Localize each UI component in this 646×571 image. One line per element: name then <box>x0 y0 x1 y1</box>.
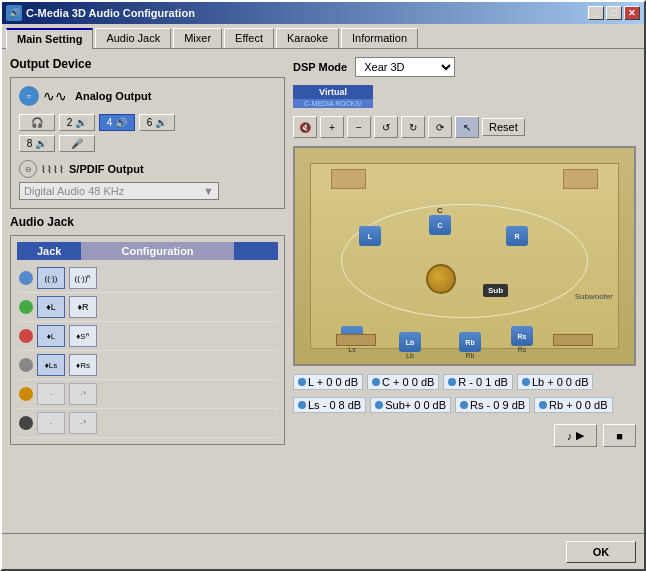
bottom-left-furniture <box>336 334 376 346</box>
jack-icon-1a[interactable]: ((·)) <box>37 267 65 289</box>
subwoofer-node[interactable]: Sub <box>483 284 508 297</box>
maximize-button[interactable]: □ <box>606 6 622 20</box>
main-window: 🔊 C-Media 3D Audio Configuration _ □ ✕ M… <box>0 0 646 571</box>
eq-Ls-dot <box>298 401 306 409</box>
tab-audio-jack[interactable]: Audio Jack <box>95 28 171 48</box>
jack-col-header: Jack <box>17 242 81 260</box>
jack-icon-3a[interactable]: ♦L <box>37 325 65 347</box>
app-icon: 🔊 <box>6 5 22 21</box>
jack-icon-6a[interactable]: · <box>37 412 65 434</box>
mute-button[interactable]: 🔇 <box>293 116 317 138</box>
jack-row-5: · ·ˢ <box>17 380 278 409</box>
jack-icon-5b[interactable]: ·ˢ <box>69 383 97 405</box>
bottom-right-furniture <box>553 334 593 346</box>
ch4-button[interactable]: 4 🔊 <box>99 114 135 131</box>
top-left-furniture <box>331 169 366 189</box>
output-device-label: Output Device <box>10 57 285 71</box>
mic-button[interactable]: 🎤 <box>59 135 95 152</box>
audio-jack-section: Audio Jack Jack Configuration ((·)) ((·)… <box>10 215 285 445</box>
tab-mixer[interactable]: Mixer <box>173 28 222 48</box>
tab-karaoke[interactable]: Karaoke <box>276 28 339 48</box>
jack-icon-4b[interactable]: ♦Rs <box>69 354 97 376</box>
speaker-Rs[interactable]: Rs Rs <box>511 326 533 353</box>
tab-main-setting[interactable]: Main Setting <box>6 28 93 49</box>
loop-button[interactable]: ⟳ <box>428 116 452 138</box>
jack-icon-4a[interactable]: ♦Ls <box>37 354 65 376</box>
speaker-L[interactable]: L <box>359 226 381 246</box>
audio-jack-label: Audio Jack <box>10 215 285 229</box>
eq-Rb-dot <box>539 401 547 409</box>
stop-button[interactable]: ■ <box>603 424 636 447</box>
jack-icons-3: ♦L ♦Sᴿ <box>37 325 97 347</box>
dsp-dropdown[interactable]: Xear 3D None <box>355 57 455 77</box>
speaker-C[interactable]: C C <box>429 206 451 235</box>
jack-icon-1b[interactable]: ((·))ᴿ <box>69 267 97 289</box>
eq-Sub[interactable]: Sub+ 0 0 dB <box>370 397 451 413</box>
eq-Lb[interactable]: Lb + 0 0 dB <box>517 374 594 390</box>
analog-output: ≈ ∿∿ Analog Output <box>19 86 276 106</box>
eq-Lb-dot <box>522 378 530 386</box>
speaker-Lb[interactable]: Lb Lb <box>399 332 421 359</box>
speaker-C-icon: C <box>429 215 451 235</box>
center-lamp <box>426 264 456 294</box>
ok-button[interactable]: OK <box>566 541 636 563</box>
eq-Rb[interactable]: Rb + 0 0 dB <box>534 397 612 413</box>
undo-button[interactable]: ↺ <box>374 116 398 138</box>
jack-icon-5a[interactable]: · <box>37 383 65 405</box>
speaker-Rs-icon: Rs <box>511 326 533 346</box>
jack-dot-6 <box>19 416 33 430</box>
eq-L[interactable]: L + 0 0 dB <box>293 374 363 390</box>
eq-Rs-value: Rs - 0 9 dB <box>470 399 525 411</box>
tab-information[interactable]: Information <box>341 28 418 48</box>
minimize-button[interactable]: _ <box>588 6 604 20</box>
spdif-chevron: ▼ <box>203 185 214 197</box>
ch6-button[interactable]: 6 🔊 <box>139 114 175 131</box>
jack-dot-5 <box>19 387 33 401</box>
jack-icons-1: ((·)) ((·))ᴿ <box>37 267 97 289</box>
spdif-dropdown-row: Digital Audio 48 KHz ▼ <box>19 182 276 200</box>
speaker-Rb[interactable]: Rb Rb <box>459 332 481 359</box>
tab-effect[interactable]: Effect <box>224 28 274 48</box>
spdif-dropdown[interactable]: Digital Audio 48 KHz ▼ <box>19 182 219 200</box>
vol-up-button[interactable]: + <box>320 116 344 138</box>
left-panel: Output Device ≈ ∿∿ Analog Output <box>10 57 285 522</box>
speaker-R-icon: R <box>506 226 528 246</box>
jack-icon-2a[interactable]: ♦L <box>37 296 65 318</box>
reset-button[interactable]: Reset <box>482 118 525 136</box>
top-right-furniture <box>563 169 598 189</box>
redo-button[interactable]: ↻ <box>401 116 425 138</box>
jack-icon-2b[interactable]: ♦R <box>69 296 97 318</box>
speaker-diagram: L C C R Sub Subwoofer <box>293 146 636 366</box>
eq-Sub-dot <box>375 401 383 409</box>
virtual-badge: Virtual <box>293 85 373 99</box>
eq-R[interactable]: R - 0 1 dB <box>443 374 513 390</box>
eq-C[interactable]: C + 0 0 dB <box>367 374 439 390</box>
jack-icon-3b[interactable]: ♦Sᴿ <box>69 325 97 347</box>
dsp-toolbar: 🔇 + − ↺ ↻ ⟳ ↖ Reset <box>293 116 636 138</box>
speaker-R[interactable]: R <box>506 226 528 246</box>
cursor-button[interactable]: ↖ <box>455 116 479 138</box>
main-content: Output Device ≈ ∿∿ Analog Output <box>2 49 644 530</box>
eq-Ls[interactable]: Ls - 0 8 dB <box>293 397 366 413</box>
spdif-label-row: ⊖ ⌇⌇⌇⌇ S/PDIF Output <box>19 160 276 178</box>
jack-icon-6b[interactable]: ·ˢ <box>69 412 97 434</box>
speaker-Lb-icon: Lb <box>399 332 421 352</box>
jack-row-3: ♦L ♦Sᴿ <box>17 322 278 351</box>
vol-down-button[interactable]: − <box>347 116 371 138</box>
eq-row-2: Ls - 0 8 dB Sub+ 0 0 dB Rs - 0 9 dB Rb +… <box>293 397 636 413</box>
ch2-button[interactable]: 2 🔊 <box>59 114 95 131</box>
jack-header: Jack Configuration <box>17 242 278 260</box>
speaker-Rb-icon: Rb <box>459 332 481 352</box>
speaker-Rs-label: Rs <box>518 346 527 353</box>
ch8-button[interactable]: 8 🔊 <box>19 135 55 152</box>
speaker-Ls-label: Ls <box>348 346 355 353</box>
headphone-button[interactable]: 🎧 <box>19 114 55 131</box>
play-button[interactable]: ♪ ▶ <box>554 424 598 447</box>
eq-Rs[interactable]: Rs - 0 9 dB <box>455 397 530 413</box>
close-button[interactable]: ✕ <box>624 6 640 20</box>
jack-row-4: ♦Ls ♦Rs <box>17 351 278 380</box>
playback-controls: ♪ ▶ ■ <box>293 424 636 447</box>
config-col-header: Configuration <box>81 242 233 260</box>
jack-icons-2: ♦L ♦R <box>37 296 97 318</box>
speaker-Lb-label: Lb <box>406 352 414 359</box>
